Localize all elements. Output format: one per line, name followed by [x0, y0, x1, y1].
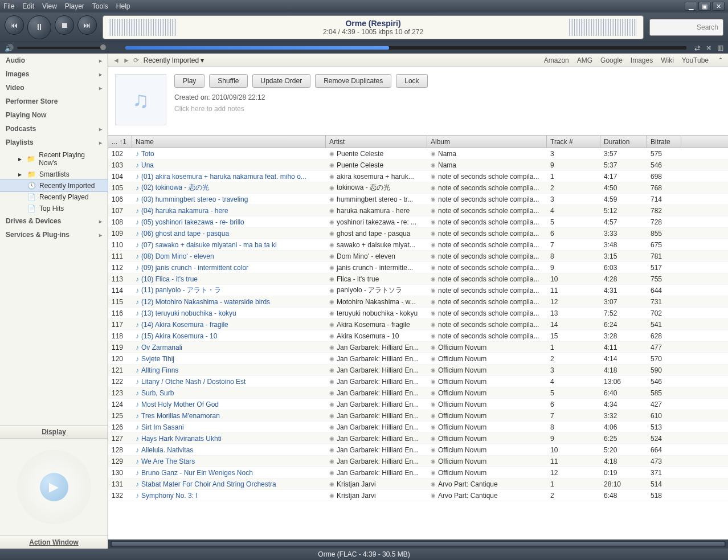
- play-icon[interactable]: ◉: [329, 469, 334, 476]
- play-icon[interactable]: ◉: [329, 173, 334, 179]
- play-icon[interactable]: ◉: [329, 253, 334, 259]
- play-icon[interactable]: ◉: [329, 287, 334, 293]
- eq-icon[interactable]: ▥: [717, 44, 723, 52]
- play-icon[interactable]: ◉: [329, 412, 334, 419]
- play-icon[interactable]: ◉: [431, 219, 436, 225]
- play-icon[interactable]: ◉: [329, 458, 334, 464]
- sidebar-audio[interactable]: Audio▸: [0, 54, 108, 67]
- play-icon[interactable]: ◉: [329, 401, 334, 407]
- h-scrollbar[interactable]: [108, 539, 728, 549]
- menu-help[interactable]: Help: [116, 2, 130, 10]
- track-row[interactable]: 112♪(09) janis crunch - intermittent col…: [108, 262, 728, 273]
- play-icon[interactable]: ◉: [431, 390, 436, 396]
- track-row[interactable]: 118♪(15) Akira Kosemura - 10◉Akira Kosem…: [108, 330, 728, 342]
- play-icon[interactable]: ◉: [431, 242, 436, 248]
- minimize-button[interactable]: ▁: [685, 2, 697, 11]
- link-amazon[interactable]: Amazon: [544, 56, 569, 64]
- next-button[interactable]: ⏭: [77, 15, 97, 35]
- close-button[interactable]: ✕: [712, 2, 725, 11]
- play-icon[interactable]: ◉: [329, 185, 334, 191]
- play-icon[interactable]: ◉: [431, 492, 436, 498]
- play-icon[interactable]: ◉: [329, 196, 334, 202]
- link-youtube[interactable]: YouTube: [682, 56, 709, 64]
- sidebar-item-top-hits[interactable]: 📄Top Hits: [0, 203, 108, 214]
- album-art[interactable]: ♫: [115, 74, 166, 125]
- sidebar-item-recent-playing-now-s[interactable]: ▸📁Recent Playing Now's: [0, 149, 108, 169]
- track-row[interactable]: 107♪(04) haruka nakamura - here◉haruka n…: [108, 205, 728, 216]
- action-window-button[interactable]: Action Window: [0, 536, 108, 549]
- track-row[interactable]: 124♪Most Holy Mother Of God◉Jan Garbarek…: [108, 399, 728, 410]
- link-google[interactable]: Google: [600, 56, 623, 64]
- play-icon[interactable]: ◉: [431, 196, 436, 202]
- menu-file[interactable]: File: [3, 2, 14, 10]
- track-row[interactable]: 109♪(06) ghost and tape - pasqua◉ghost a…: [108, 228, 728, 239]
- lock-button[interactable]: Lock: [396, 74, 427, 88]
- track-row[interactable]: 104♪(01) akira kosemura + haruka nakamur…: [108, 171, 728, 182]
- track-row[interactable]: 102♪Toto◉Puente Celeste◉Nama33:57575: [108, 148, 728, 160]
- play-icon[interactable]: ◉: [431, 424, 436, 430]
- play-icon[interactable]: ◉: [329, 390, 334, 396]
- play-icon[interactable]: ◉: [431, 264, 436, 271]
- play-icon[interactable]: ◉: [431, 469, 436, 476]
- play-icon[interactable]: ◉: [329, 162, 334, 168]
- sidebar-playlists[interactable]: Playlists▸: [0, 136, 108, 149]
- track-row[interactable]: 105♪(02) tokinowa - 恋の光◉tokinowa - 恋の光◉n…: [108, 182, 728, 194]
- sidebar-images[interactable]: Images▸: [0, 67, 108, 81]
- menu-view[interactable]: View: [42, 2, 57, 10]
- play-icon[interactable]: ◉: [329, 299, 334, 305]
- prev-button[interactable]: ⏮: [5, 15, 24, 35]
- wheel-play-button[interactable]: ▶: [40, 473, 68, 501]
- track-row[interactable]: 121♪Allting Finns◉Jan Garbarek: Hilliard…: [108, 365, 728, 376]
- play-icon[interactable]: ◉: [329, 230, 334, 236]
- track-row[interactable]: 130♪Bruno Ganz - Nur Ein Weniges Noch◉Ja…: [108, 467, 728, 479]
- forward-icon[interactable]: ►: [123, 56, 130, 64]
- track-row[interactable]: 117♪(14) Akira Kosemura - fragile◉Akira …: [108, 319, 728, 330]
- sidebar-performer-store[interactable]: Performer Store: [0, 95, 108, 108]
- maximize-button[interactable]: ▣: [698, 2, 711, 11]
- link-amg[interactable]: AMG: [577, 56, 592, 64]
- play-icon[interactable]: ◉: [431, 321, 436, 328]
- play-icon[interactable]: ◉: [431, 173, 436, 179]
- play-icon[interactable]: ◉: [329, 276, 334, 282]
- track-row[interactable]: 114♪(11) paniyolo - アラト・ラ◉paniyolo - アラト…: [108, 285, 728, 296]
- sidebar-item-smartlists[interactable]: ▸📁Smartlists: [0, 169, 108, 180]
- play-icon[interactable]: ◉: [329, 355, 334, 362]
- header-track[interactable]: Track #: [547, 136, 600, 148]
- play-icon[interactable]: ◉: [329, 310, 334, 316]
- play-icon[interactable]: ◉: [329, 378, 334, 385]
- search-input[interactable]: Search: [649, 19, 723, 36]
- refresh-icon[interactable]: ⟳: [133, 56, 139, 64]
- play-icon[interactable]: ◉: [431, 185, 436, 191]
- play-icon[interactable]: ◉: [329, 367, 334, 373]
- play-icon[interactable]: ◉: [431, 401, 436, 407]
- play-icon[interactable]: ◉: [431, 230, 436, 236]
- play-icon[interactable]: ◉: [329, 492, 334, 498]
- play-icon[interactable]: ◉: [431, 333, 436, 339]
- volume-slider[interactable]: [17, 47, 103, 49]
- track-row[interactable]: 128♪Alleluia. Nativitas◉Jan Garbarek: Hi…: [108, 444, 728, 456]
- track-row[interactable]: 108♪(05) yoshinori takezawa - re- brillo…: [108, 216, 728, 228]
- play-icon[interactable]: ◉: [431, 276, 436, 282]
- track-row[interactable]: 106♪(03) hummingbert stereo - traveling◉…: [108, 194, 728, 205]
- play-icon[interactable]: ◉: [329, 333, 334, 339]
- header-num[interactable]: ... ↑1: [108, 136, 132, 148]
- link-images[interactable]: Images: [631, 56, 653, 64]
- track-row[interactable]: 131♪Stabat Mater For Choir And String Or…: [108, 479, 728, 490]
- play-icon[interactable]: ◉: [329, 424, 334, 430]
- track-row[interactable]: 103♪Una◉Puente Celeste◉Nama95:37546: [108, 160, 728, 171]
- sidebar-item-recently-imported[interactable]: 🕓Recently Imported: [0, 180, 108, 191]
- update-order-button[interactable]: Update Order: [252, 74, 311, 88]
- play-icon[interactable]: ◉: [431, 207, 436, 214]
- track-row[interactable]: 127♪Hays Hark Nviranats Ukhti◉Jan Garbar…: [108, 433, 728, 444]
- play-icon[interactable]: ◉: [329, 321, 334, 328]
- play-icon[interactable]: ◉: [431, 253, 436, 259]
- track-row[interactable]: 125♪Tres Morillas M'enamoran◉Jan Garbare…: [108, 410, 728, 422]
- play-button[interactable]: Play: [174, 74, 205, 88]
- track-row[interactable]: 110♪(07) sawako + daisuke miyatani - ma …: [108, 239, 728, 251]
- play-icon[interactable]: ◉: [329, 207, 334, 214]
- menu-tools[interactable]: Tools: [92, 2, 108, 10]
- back-icon[interactable]: ◄: [113, 56, 120, 64]
- play-icon[interactable]: ◉: [329, 481, 334, 487]
- sidebar-podcasts[interactable]: Podcasts▸: [0, 122, 108, 136]
- play-icon[interactable]: ◉: [431, 287, 436, 293]
